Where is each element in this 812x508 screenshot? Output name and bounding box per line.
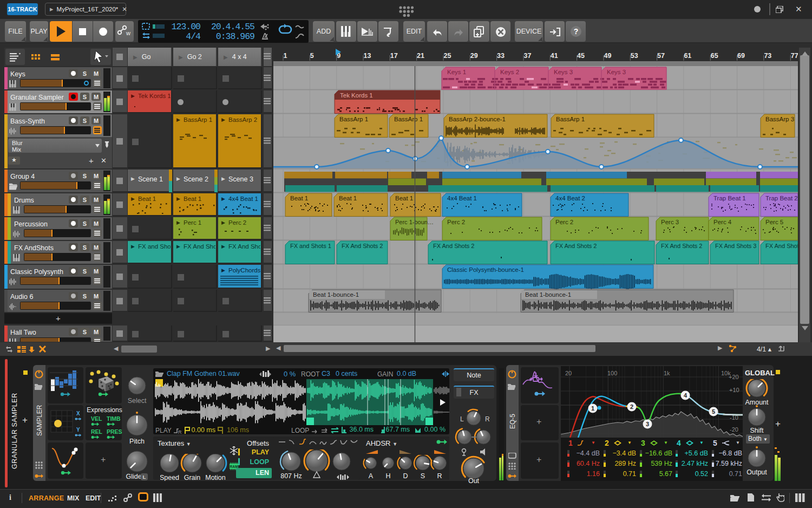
svg-text:Trap Beat 2: Trap Beat 2 — [765, 195, 798, 201]
svg-text:FX and Shots 1: FX and Shots 1 — [290, 243, 331, 249]
svg-text:100: 100 — [607, 370, 617, 376]
svg-text:L: L — [460, 415, 464, 423]
svg-text:BassArp 1: BassArp 1 — [556, 116, 585, 122]
svg-text:4x4 Beat 2: 4x4 Beat 2 — [555, 195, 585, 201]
svg-text:Classic Polysynth-bounce-1: Classic Polysynth-bounce-1 — [447, 266, 524, 273]
svg-text:Beat 1: Beat 1 — [290, 195, 308, 201]
svg-text:4: 4 — [684, 392, 687, 399]
svg-text:Amount: Amount — [745, 399, 769, 406]
svg-text:VEL: VEL — [91, 415, 102, 422]
svg-text:R: R — [485, 415, 490, 423]
svg-text:Beat 1-bounce-1: Beat 1-bounce-1 — [313, 291, 359, 298]
svg-text:Tek Kords 1: Tek Kords 1 — [340, 92, 373, 99]
svg-text:13: 13 — [364, 52, 371, 60]
svg-text:FX And Shots: FX And Shots — [765, 243, 798, 249]
svg-text:-20: -20 — [730, 426, 738, 433]
svg-text:1: 1 — [284, 52, 287, 60]
svg-text:Trap Beat 1: Trap Beat 1 — [713, 195, 746, 201]
svg-text:TIMB: TIMB — [107, 415, 121, 422]
svg-text:S: S — [421, 472, 425, 480]
svg-text:Shift: Shift — [750, 427, 764, 434]
svg-text:Keys 3: Keys 3 — [607, 69, 626, 75]
svg-text:61: 61 — [684, 52, 691, 60]
svg-text:1: 1 — [591, 405, 594, 412]
svg-text:FX And Shots 2: FX And Shots 2 — [342, 243, 383, 249]
svg-text:+10: +10 — [729, 387, 739, 393]
svg-text:Motion: Motion — [205, 474, 226, 481]
svg-text:FX And Shots 2: FX And Shots 2 — [433, 243, 474, 249]
svg-text:Output: Output — [746, 468, 767, 476]
svg-text:Grain: Grain — [184, 474, 201, 481]
svg-text:73: 73 — [764, 52, 771, 60]
svg-text:Perc 5: Perc 5 — [765, 219, 783, 225]
svg-text:Speed: Speed — [160, 474, 179, 481]
svg-text:5: 5 — [310, 52, 314, 60]
svg-text:21: 21 — [417, 52, 424, 60]
svg-text:57: 57 — [657, 52, 665, 60]
svg-text:Keys 3: Keys 3 — [554, 69, 573, 75]
svg-text:FX And Shots 2: FX And Shots 2 — [661, 243, 702, 249]
svg-text:Beat 1: Beat 1 — [395, 195, 413, 201]
svg-text:Expressions: Expressions — [87, 406, 122, 414]
svg-text:Keys 1: Keys 1 — [447, 69, 466, 75]
svg-text:Perc 2: Perc 2 — [447, 219, 465, 225]
svg-text:REL: REL — [91, 428, 103, 435]
svg-text:65: 65 — [711, 52, 718, 60]
svg-text:4x4 Beat 1: 4x4 Beat 1 — [447, 195, 477, 201]
svg-text:49: 49 — [604, 52, 612, 60]
svg-text:X: X — [76, 411, 80, 416]
svg-text:R: R — [178, 429, 182, 434]
svg-text:37: 37 — [524, 52, 532, 60]
svg-text:A: A — [369, 472, 374, 480]
svg-text:25: 25 — [444, 52, 451, 60]
svg-text:Glide: Glide — [126, 473, 141, 480]
svg-text:?: ? — [574, 27, 579, 36]
svg-text:BassArp 1: BassArp 1 — [394, 116, 423, 122]
svg-text:2: 2 — [630, 403, 633, 410]
svg-text:77: 77 — [791, 52, 798, 60]
svg-text:33: 33 — [497, 52, 505, 60]
svg-text:BassArp 3: BassArp 3 — [765, 116, 794, 122]
svg-text:Perc 1-boun…: Perc 1-boun… — [395, 219, 434, 225]
svg-text:41: 41 — [551, 52, 558, 60]
svg-text:17: 17 — [390, 52, 398, 60]
svg-text:Beat 1-bounce-1: Beat 1-bounce-1 — [525, 291, 571, 298]
svg-text:+20: +20 — [729, 374, 739, 380]
svg-text:Out: Out — [468, 477, 480, 483]
svg-text:Y: Y — [76, 427, 80, 433]
svg-text:FX And Shots 3: FX And Shots 3 — [715, 243, 756, 249]
svg-text:H: H — [385, 472, 390, 480]
svg-text:45: 45 — [577, 52, 585, 60]
svg-text:1k: 1k — [664, 370, 670, 376]
svg-text:BassArp 1: BassArp 1 — [339, 116, 368, 122]
svg-text:Pitch: Pitch — [129, 438, 145, 445]
svg-text:L: L — [143, 474, 146, 480]
svg-text:Perc 2: Perc 2 — [555, 219, 573, 225]
svg-text:Keys 2: Keys 2 — [500, 69, 519, 75]
svg-text:BassArp 2-bounce-1: BassArp 2-bounce-1 — [449, 116, 506, 122]
svg-text:5: 5 — [712, 408, 715, 415]
svg-text:69: 69 — [737, 52, 745, 60]
svg-text:Perc 4: Perc 4 — [713, 219, 732, 225]
svg-text:807 Hz: 807 Hz — [280, 472, 302, 480]
svg-text:Select: Select — [128, 397, 147, 405]
svg-text:PRES: PRES — [107, 428, 122, 435]
svg-text:53: 53 — [631, 52, 638, 60]
svg-text:3: 3 — [646, 421, 649, 427]
svg-text:R: R — [437, 472, 442, 480]
svg-text:D: D — [403, 472, 408, 480]
svg-text:Beat 1: Beat 1 — [339, 195, 357, 201]
svg-text:20: 20 — [565, 370, 572, 376]
svg-text:FX And Shots 2: FX And Shots 2 — [555, 243, 597, 249]
svg-text:29: 29 — [470, 52, 478, 60]
svg-text:Perc 3: Perc 3 — [661, 219, 679, 225]
svg-text:w: w — [126, 30, 130, 36]
